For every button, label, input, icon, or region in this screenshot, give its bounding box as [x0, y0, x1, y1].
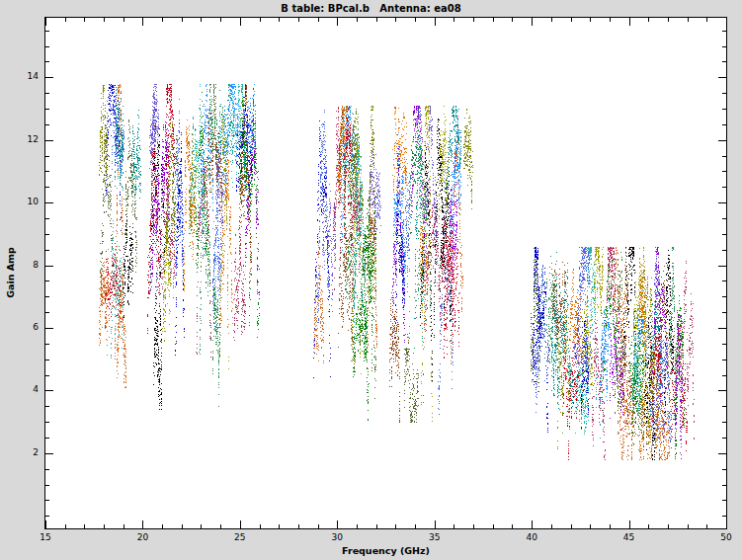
bandpass-plot-window: B table: BPcal.b Antenna: ea08 Gain Amp … [0, 0, 742, 560]
y-tick-label: 8 [12, 260, 39, 271]
y-tick-label: 2 [12, 447, 39, 458]
x-tick-label: 25 [228, 532, 252, 543]
chart-title: B table: BPcal.b Antenna: ea08 [0, 3, 742, 14]
y-axis-label: Gain Amp [5, 247, 16, 298]
y-tick-label: 6 [12, 322, 39, 333]
x-tick-label: 45 [618, 532, 641, 543]
x-tick-label: 30 [325, 532, 349, 543]
y-tick-label: 4 [12, 384, 39, 395]
x-tick-label: 35 [423, 532, 447, 543]
y-tick-label: 10 [12, 197, 39, 207]
y-tick-label: 12 [12, 134, 39, 145]
y-tick-label: 14 [12, 71, 39, 82]
scatter-canvas [45, 18, 726, 528]
x-axis-label: Frequency (GHz) [44, 545, 727, 556]
x-tick-label: 15 [34, 532, 57, 543]
x-tick-label: 50 [714, 532, 738, 543]
x-tick-label: 40 [520, 532, 543, 543]
plot-area [44, 17, 727, 529]
x-tick-label: 20 [130, 532, 154, 543]
